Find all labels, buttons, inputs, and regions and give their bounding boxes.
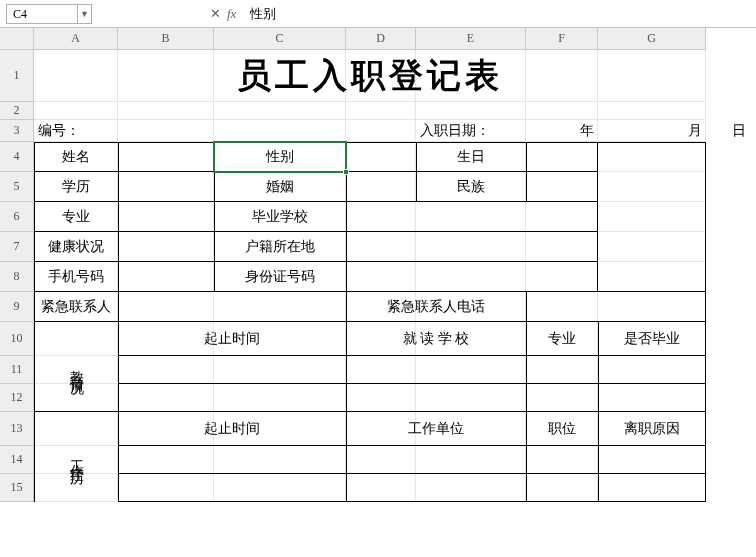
label-gender: 性别 [214, 142, 346, 172]
label-education-section: 教育情况 [34, 322, 118, 412]
label-huji: 户籍所在地 [214, 232, 346, 262]
label-nation: 民族 [416, 172, 526, 202]
label-idcard: 身份证号码 [214, 262, 346, 292]
name-box-dropdown[interactable]: ▼ [78, 4, 92, 24]
col-head-D[interactable]: D [346, 28, 416, 50]
label-work-section: 工作经历 [34, 412, 118, 502]
fx-icon[interactable]: fx [227, 6, 236, 22]
label-ruzhiriqi: 入职日期： [416, 120, 526, 142]
row-head-5[interactable]: 5 [0, 172, 34, 202]
label-work-position: 职位 [526, 412, 598, 446]
label-edu-major: 专业 [526, 322, 598, 356]
sheet-area[interactable]: A B C D E F G 1 2 3 4 5 6 7 8 9 10 [0, 28, 756, 502]
page-title: 员工入职登记表 [34, 50, 706, 102]
row-head-11[interactable]: 11 [0, 356, 34, 384]
row-head-1[interactable]: 1 [0, 50, 34, 102]
label-ri: 日 [706, 120, 750, 142]
label-birthday: 生日 [416, 142, 526, 172]
row-head-6[interactable]: 6 [0, 202, 34, 232]
row-head-12[interactable]: 12 [0, 384, 34, 412]
col-head-G[interactable]: G [598, 28, 706, 50]
label-school: 毕业学校 [214, 202, 346, 232]
label-edu-time: 起止时间 [118, 322, 346, 356]
row-head-4[interactable]: 4 [0, 142, 34, 172]
label-work-leave: 离职原因 [598, 412, 706, 446]
col-head-F[interactable]: F [526, 28, 598, 50]
label-major: 专业 [34, 202, 118, 232]
name-box[interactable]: C4 [6, 4, 78, 24]
col-head-E[interactable]: E [416, 28, 526, 50]
label-work-unit: 工作单位 [346, 412, 526, 446]
label-nian: 年 [526, 120, 598, 142]
cancel-icon[interactable]: ✕ [210, 6, 221, 22]
col-head-C[interactable]: C [214, 28, 346, 50]
label-name: 姓名 [34, 142, 118, 172]
name-box-wrap: C4 ▼ [0, 4, 110, 24]
row-head-9[interactable]: 9 [0, 292, 34, 322]
col-head-A[interactable]: A [34, 28, 118, 50]
label-health: 健康状况 [34, 232, 118, 262]
row-head-10[interactable]: 10 [0, 322, 34, 356]
row-head-8[interactable]: 8 [0, 262, 34, 292]
row-head-13[interactable]: 13 [0, 412, 34, 446]
label-emergency-phone: 紧急联系人电话 [346, 292, 526, 322]
row-head-14[interactable]: 14 [0, 446, 34, 474]
row-head-7[interactable]: 7 [0, 232, 34, 262]
label-work-time: 起止时间 [118, 412, 346, 446]
label-phone: 手机号码 [34, 262, 118, 292]
fx-group: ✕ fx 性别 [110, 5, 276, 23]
fx-value[interactable]: 性别 [242, 5, 276, 23]
col-head-B[interactable]: B [118, 28, 214, 50]
label-education: 学历 [34, 172, 118, 202]
label-bianhao: 编号： [34, 120, 118, 142]
select-all-corner[interactable] [0, 28, 34, 50]
label-edu-grad: 是否毕业 [598, 322, 706, 356]
label-yue: 月 [598, 120, 706, 142]
row-head-2[interactable]: 2 [0, 102, 34, 120]
label-edu-school: 就 读 学 校 [346, 322, 526, 356]
label-marriage: 婚姻 [214, 172, 346, 202]
row-head-15[interactable]: 15 [0, 474, 34, 502]
row-head-3[interactable]: 3 [0, 120, 34, 142]
label-emergency: 紧急联系人 [34, 292, 118, 322]
formula-bar: C4 ▼ ✕ fx 性别 [0, 0, 756, 28]
